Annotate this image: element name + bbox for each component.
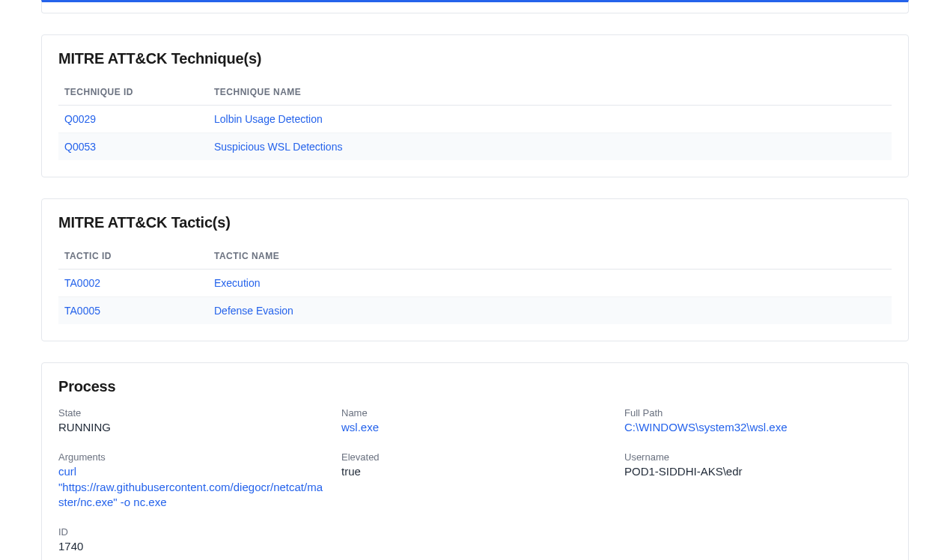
tactics-title: MITRE ATT&CK Tactic(s) bbox=[58, 214, 892, 231]
process-elevated-label: Elevated bbox=[341, 451, 611, 463]
tactic-id-link[interactable]: TA0005 bbox=[64, 305, 100, 317]
technique-name-link[interactable]: Suspicious WSL Detections bbox=[214, 141, 342, 153]
process-title: Process bbox=[58, 378, 892, 395]
process-name-value[interactable]: wsl.exe bbox=[341, 420, 611, 435]
tactic-name-link[interactable]: Defense Evasion bbox=[214, 305, 293, 317]
top-card-sliver bbox=[41, 0, 909, 13]
process-elevated-value: true bbox=[341, 464, 611, 479]
tactics-col-id: TACTIC ID bbox=[58, 243, 208, 270]
tactic-id-link[interactable]: TA0002 bbox=[64, 277, 100, 289]
process-state-field: State RUNNING bbox=[58, 407, 328, 435]
techniques-title: MITRE ATT&CK Technique(s) bbox=[58, 50, 892, 67]
techniques-card: MITRE ATT&CK Technique(s) TECHNIQUE ID T… bbox=[41, 34, 909, 177]
tactics-col-name: TACTIC NAME bbox=[208, 243, 892, 270]
process-id-field: ID 1740 bbox=[58, 526, 328, 554]
technique-id-link[interactable]: Q0053 bbox=[64, 141, 96, 153]
table-row: TA0002 Execution bbox=[58, 270, 892, 297]
techniques-table: TECHNIQUE ID TECHNIQUE NAME Q0029 Lolbin… bbox=[58, 79, 892, 160]
process-arguments-value[interactable]: curl "https://raw.githubusercontent.com/… bbox=[58, 464, 328, 510]
process-username-label: Username bbox=[624, 451, 892, 463]
process-id-label: ID bbox=[58, 526, 328, 538]
process-state-value: RUNNING bbox=[58, 420, 328, 435]
table-row: TA0005 Defense Evasion bbox=[58, 297, 892, 325]
table-row: Q0029 Lolbin Usage Detection bbox=[58, 106, 892, 133]
process-fullpath-field: Full Path C:\WINDOWS\system32\wsl.exe bbox=[624, 407, 892, 435]
techniques-col-id: TECHNIQUE ID bbox=[58, 79, 208, 106]
process-card: Process State RUNNING Name wsl.exe Full … bbox=[41, 362, 909, 560]
techniques-col-name: TECHNIQUE NAME bbox=[208, 79, 892, 106]
process-name-label: Name bbox=[341, 407, 611, 419]
process-username-value: POD1-SIDDHI-AKS\edr bbox=[624, 464, 892, 479]
process-fullpath-label: Full Path bbox=[624, 407, 892, 419]
process-elevated-field: Elevated true bbox=[341, 451, 611, 510]
process-fullpath-value[interactable]: C:\WINDOWS\system32\wsl.exe bbox=[624, 420, 892, 435]
process-username-field: Username POD1-SIDDHI-AKS\edr bbox=[624, 451, 892, 510]
process-id-value: 1740 bbox=[58, 539, 328, 554]
process-arguments-field: Arguments curl "https://raw.githubuserco… bbox=[58, 451, 328, 510]
technique-name-link[interactable]: Lolbin Usage Detection bbox=[214, 113, 323, 125]
process-name-field: Name wsl.exe bbox=[341, 407, 611, 435]
tactics-card: MITRE ATT&CK Tactic(s) TACTIC ID TACTIC … bbox=[41, 198, 909, 341]
tactic-name-link[interactable]: Execution bbox=[214, 277, 260, 289]
process-state-label: State bbox=[58, 407, 328, 419]
process-arguments-label: Arguments bbox=[58, 451, 328, 463]
table-row: Q0053 Suspicious WSL Detections bbox=[58, 133, 892, 161]
technique-id-link[interactable]: Q0029 bbox=[64, 113, 96, 125]
tactics-table: TACTIC ID TACTIC NAME TA0002 Execution T… bbox=[58, 243, 892, 324]
